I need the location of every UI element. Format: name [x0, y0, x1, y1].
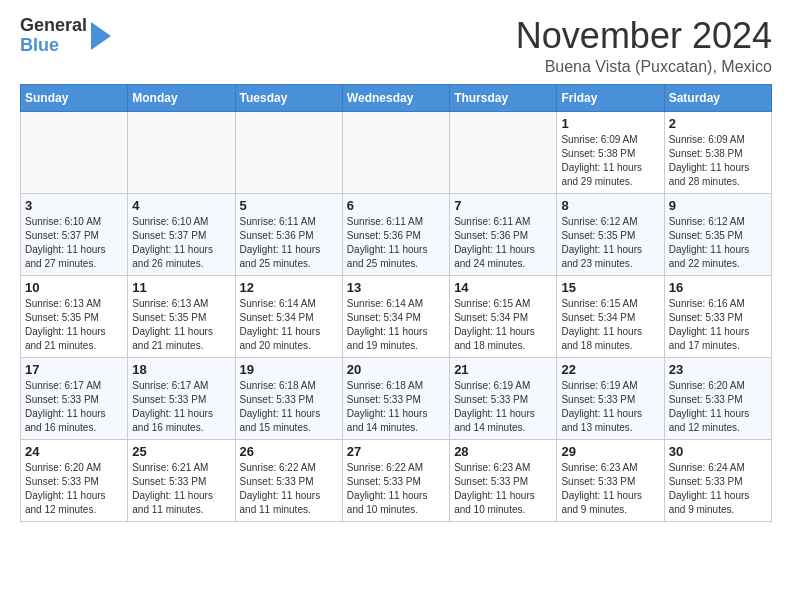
- day-info: Sunrise: 6:18 AM Sunset: 5:33 PM Dayligh…: [240, 379, 338, 435]
- calendar-day-cell: 26Sunrise: 6:22 AM Sunset: 5:33 PM Dayli…: [235, 439, 342, 521]
- calendar-day-cell: 3Sunrise: 6:10 AM Sunset: 5:37 PM Daylig…: [21, 193, 128, 275]
- calendar-day-cell: 23Sunrise: 6:20 AM Sunset: 5:33 PM Dayli…: [664, 357, 771, 439]
- calendar-week-row: 3Sunrise: 6:10 AM Sunset: 5:37 PM Daylig…: [21, 193, 772, 275]
- calendar-day-cell: [21, 111, 128, 193]
- calendar-day-header: Thursday: [450, 84, 557, 111]
- calendar-day-cell: [128, 111, 235, 193]
- calendar-day-cell: 29Sunrise: 6:23 AM Sunset: 5:33 PM Dayli…: [557, 439, 664, 521]
- day-info: Sunrise: 6:12 AM Sunset: 5:35 PM Dayligh…: [561, 215, 659, 271]
- calendar-day-cell: 16Sunrise: 6:16 AM Sunset: 5:33 PM Dayli…: [664, 275, 771, 357]
- title-area: November 2024 Buena Vista (Puxcatan), Me…: [140, 16, 772, 76]
- day-info: Sunrise: 6:17 AM Sunset: 5:33 PM Dayligh…: [25, 379, 123, 435]
- day-info: Sunrise: 6:19 AM Sunset: 5:33 PM Dayligh…: [561, 379, 659, 435]
- logo-text: General Blue: [20, 16, 87, 56]
- day-number: 12: [240, 280, 338, 295]
- calendar-table: SundayMondayTuesdayWednesdayThursdayFrid…: [20, 84, 772, 522]
- svg-marker-0: [91, 22, 111, 50]
- day-number: 16: [669, 280, 767, 295]
- calendar-day-cell: 24Sunrise: 6:20 AM Sunset: 5:33 PM Dayli…: [21, 439, 128, 521]
- calendar-day-header: Saturday: [664, 84, 771, 111]
- calendar-day-cell: 5Sunrise: 6:11 AM Sunset: 5:36 PM Daylig…: [235, 193, 342, 275]
- calendar-day-cell: 7Sunrise: 6:11 AM Sunset: 5:36 PM Daylig…: [450, 193, 557, 275]
- day-number: 9: [669, 198, 767, 213]
- calendar-day-header: Tuesday: [235, 84, 342, 111]
- header-area: General Blue November 2024 Buena Vista (…: [20, 16, 772, 76]
- day-info: Sunrise: 6:16 AM Sunset: 5:33 PM Dayligh…: [669, 297, 767, 353]
- calendar-day-cell: [235, 111, 342, 193]
- day-number: 5: [240, 198, 338, 213]
- calendar-day-cell: 15Sunrise: 6:15 AM Sunset: 5:34 PM Dayli…: [557, 275, 664, 357]
- day-number: 20: [347, 362, 445, 377]
- calendar-day-cell: 9Sunrise: 6:12 AM Sunset: 5:35 PM Daylig…: [664, 193, 771, 275]
- calendar-day-cell: 14Sunrise: 6:15 AM Sunset: 5:34 PM Dayli…: [450, 275, 557, 357]
- calendar-week-row: 17Sunrise: 6:17 AM Sunset: 5:33 PM Dayli…: [21, 357, 772, 439]
- day-number: 11: [132, 280, 230, 295]
- day-info: Sunrise: 6:09 AM Sunset: 5:38 PM Dayligh…: [561, 133, 659, 189]
- day-info: Sunrise: 6:10 AM Sunset: 5:37 PM Dayligh…: [132, 215, 230, 271]
- day-number: 6: [347, 198, 445, 213]
- day-info: Sunrise: 6:13 AM Sunset: 5:35 PM Dayligh…: [132, 297, 230, 353]
- day-info: Sunrise: 6:17 AM Sunset: 5:33 PM Dayligh…: [132, 379, 230, 435]
- calendar-day-cell: 25Sunrise: 6:21 AM Sunset: 5:33 PM Dayli…: [128, 439, 235, 521]
- day-number: 4: [132, 198, 230, 213]
- calendar-day-cell: 20Sunrise: 6:18 AM Sunset: 5:33 PM Dayli…: [342, 357, 449, 439]
- day-number: 8: [561, 198, 659, 213]
- calendar-day-cell: 28Sunrise: 6:23 AM Sunset: 5:33 PM Dayli…: [450, 439, 557, 521]
- calendar-day-header: Wednesday: [342, 84, 449, 111]
- day-info: Sunrise: 6:11 AM Sunset: 5:36 PM Dayligh…: [240, 215, 338, 271]
- day-number: 14: [454, 280, 552, 295]
- day-info: Sunrise: 6:11 AM Sunset: 5:36 PM Dayligh…: [347, 215, 445, 271]
- calendar-day-cell: 19Sunrise: 6:18 AM Sunset: 5:33 PM Dayli…: [235, 357, 342, 439]
- calendar-day-cell: 27Sunrise: 6:22 AM Sunset: 5:33 PM Dayli…: [342, 439, 449, 521]
- day-number: 2: [669, 116, 767, 131]
- day-number: 29: [561, 444, 659, 459]
- calendar-day-cell: 4Sunrise: 6:10 AM Sunset: 5:37 PM Daylig…: [128, 193, 235, 275]
- day-info: Sunrise: 6:24 AM Sunset: 5:33 PM Dayligh…: [669, 461, 767, 517]
- day-number: 17: [25, 362, 123, 377]
- day-info: Sunrise: 6:23 AM Sunset: 5:33 PM Dayligh…: [454, 461, 552, 517]
- day-info: Sunrise: 6:15 AM Sunset: 5:34 PM Dayligh…: [561, 297, 659, 353]
- day-number: 19: [240, 362, 338, 377]
- day-number: 28: [454, 444, 552, 459]
- calendar-day-header: Monday: [128, 84, 235, 111]
- logo-general: General: [20, 16, 87, 36]
- calendar-day-cell: 30Sunrise: 6:24 AM Sunset: 5:33 PM Dayli…: [664, 439, 771, 521]
- day-number: 3: [25, 198, 123, 213]
- day-number: 25: [132, 444, 230, 459]
- month-title: November 2024: [140, 16, 772, 56]
- day-info: Sunrise: 6:14 AM Sunset: 5:34 PM Dayligh…: [347, 297, 445, 353]
- day-info: Sunrise: 6:11 AM Sunset: 5:36 PM Dayligh…: [454, 215, 552, 271]
- calendar-day-cell: 13Sunrise: 6:14 AM Sunset: 5:34 PM Dayli…: [342, 275, 449, 357]
- location-title: Buena Vista (Puxcatan), Mexico: [140, 58, 772, 76]
- logo: General Blue: [20, 16, 140, 56]
- day-info: Sunrise: 6:22 AM Sunset: 5:33 PM Dayligh…: [347, 461, 445, 517]
- day-info: Sunrise: 6:15 AM Sunset: 5:34 PM Dayligh…: [454, 297, 552, 353]
- day-number: 21: [454, 362, 552, 377]
- calendar-day-cell: [450, 111, 557, 193]
- logo-arrow-icon: [91, 22, 111, 50]
- calendar-week-row: 10Sunrise: 6:13 AM Sunset: 5:35 PM Dayli…: [21, 275, 772, 357]
- day-info: Sunrise: 6:19 AM Sunset: 5:33 PM Dayligh…: [454, 379, 552, 435]
- calendar-day-cell: 12Sunrise: 6:14 AM Sunset: 5:34 PM Dayli…: [235, 275, 342, 357]
- logo-blue: Blue: [20, 36, 87, 56]
- day-info: Sunrise: 6:09 AM Sunset: 5:38 PM Dayligh…: [669, 133, 767, 189]
- day-info: Sunrise: 6:23 AM Sunset: 5:33 PM Dayligh…: [561, 461, 659, 517]
- calendar-week-row: 24Sunrise: 6:20 AM Sunset: 5:33 PM Dayli…: [21, 439, 772, 521]
- day-info: Sunrise: 6:20 AM Sunset: 5:33 PM Dayligh…: [25, 461, 123, 517]
- day-number: 23: [669, 362, 767, 377]
- calendar-day-cell: 6Sunrise: 6:11 AM Sunset: 5:36 PM Daylig…: [342, 193, 449, 275]
- calendar-day-cell: 2Sunrise: 6:09 AM Sunset: 5:38 PM Daylig…: [664, 111, 771, 193]
- day-info: Sunrise: 6:13 AM Sunset: 5:35 PM Dayligh…: [25, 297, 123, 353]
- calendar-day-cell: 22Sunrise: 6:19 AM Sunset: 5:33 PM Dayli…: [557, 357, 664, 439]
- day-number: 10: [25, 280, 123, 295]
- calendar-header-row: SundayMondayTuesdayWednesdayThursdayFrid…: [21, 84, 772, 111]
- day-info: Sunrise: 6:12 AM Sunset: 5:35 PM Dayligh…: [669, 215, 767, 271]
- calendar-day-cell: 11Sunrise: 6:13 AM Sunset: 5:35 PM Dayli…: [128, 275, 235, 357]
- day-number: 22: [561, 362, 659, 377]
- calendar-day-cell: [342, 111, 449, 193]
- calendar-day-header: Friday: [557, 84, 664, 111]
- day-number: 7: [454, 198, 552, 213]
- day-number: 13: [347, 280, 445, 295]
- day-number: 18: [132, 362, 230, 377]
- day-number: 24: [25, 444, 123, 459]
